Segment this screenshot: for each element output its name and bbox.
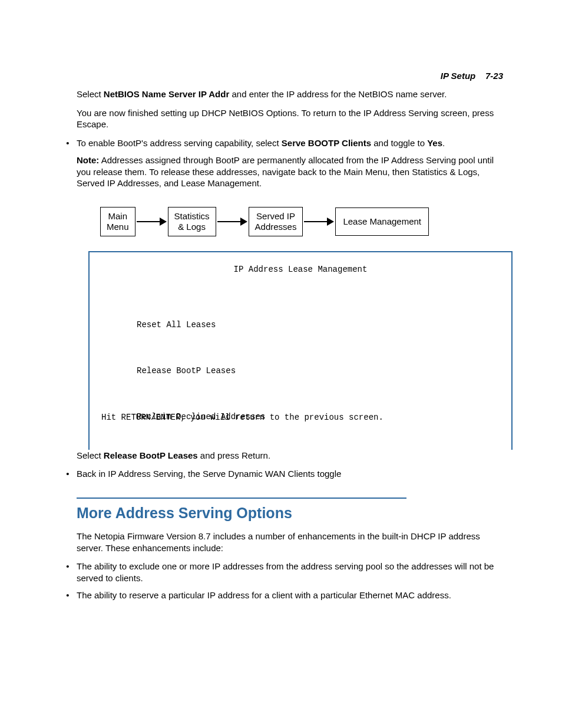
flow-box-main-menu: Main Menu (100, 207, 135, 236)
page-header: IP Setup 7-23 (441, 71, 503, 81)
note-label: Note: (77, 155, 99, 165)
section-intro: The Netopia Firmware Version 8.7 include… (77, 531, 507, 554)
text: Select (77, 89, 104, 99)
arrow-icon (216, 218, 249, 226)
section-heading: More Address Serving Options (77, 503, 507, 523)
panel-menu: Reset All Leases Release BootP Leases Re… (137, 288, 265, 456)
bullet-back-in: • Back in IP Address Serving, the Serve … (77, 468, 507, 480)
text: . (442, 138, 445, 148)
section-name: IP Setup (441, 71, 475, 81)
panel-footer-hint: Hit RETURN/ENTER, you will return to the… (101, 412, 384, 423)
text: To enable BootP's address serving capabi… (77, 138, 282, 148)
bold-text: NetBIOS Name Server IP Addr (104, 89, 229, 99)
bullet-text: The ability to reserve a particular IP a… (77, 589, 507, 601)
body-content: Select NetBIOS Name Server IP Addr and e… (77, 88, 507, 607)
panel-title: IP Address Lease Management (90, 264, 511, 275)
arrow-icon (135, 218, 168, 226)
note-text: Addresses assigned through BootP are per… (77, 155, 494, 188)
panel-item-release: Release BootP Leases (137, 364, 265, 379)
page-number: 7-23 (485, 71, 503, 81)
flow-box-lease-management: Lease Management (335, 207, 429, 236)
note-paragraph: Note: Addresses assigned through BootP a… (77, 154, 507, 189)
text: Select (77, 450, 104, 460)
bullet-icon: • (59, 561, 77, 584)
paragraph-finished: You are now finished setting up DHCP Net… (77, 107, 507, 130)
terminal-panel: IP Address Lease Management Reset All Le… (88, 251, 513, 450)
spacer (478, 71, 482, 81)
flow-box-served-ip: Served IP Addresses (249, 207, 303, 236)
section-rule (77, 498, 406, 499)
bold-text: Serve BOOTP Clients (282, 138, 371, 148)
bullet-icon: • (59, 137, 77, 149)
section-bullet-2: • The ability to reserve a particular IP… (77, 589, 507, 601)
bullet-text: Back in IP Address Serving, the Serve Dy… (77, 468, 507, 480)
document-page: IP Setup 7-23 Select NetBIOS Name Server… (0, 0, 562, 728)
arrow-icon (303, 218, 335, 226)
paragraph-netbios: Select NetBIOS Name Server IP Addr and e… (77, 88, 507, 100)
panel-item-reset: Reset All Leases (137, 318, 265, 333)
bullet-text: To enable BootP's address serving capabi… (77, 137, 507, 149)
navigation-flow-diagram: Main Menu Statistics & Logs Served IP Ad… (100, 207, 507, 236)
text: and enter the IP address for the NetBIOS… (229, 89, 447, 99)
flow-box-statistics: Statistics & Logs (168, 207, 216, 236)
bullet-icon: • (59, 468, 77, 480)
section-bullet-1: • The ability to exclude one or more IP … (77, 561, 507, 584)
text: and toggle to (371, 138, 427, 148)
bold-text: Yes (427, 138, 442, 148)
bullet-icon: • (59, 589, 77, 601)
bullet-bootp: • To enable BootP's address serving capa… (77, 137, 507, 149)
section-body: The Netopia Firmware Version 8.7 include… (77, 531, 507, 601)
bullet-text: The ability to exclude one or more IP ad… (77, 561, 507, 584)
